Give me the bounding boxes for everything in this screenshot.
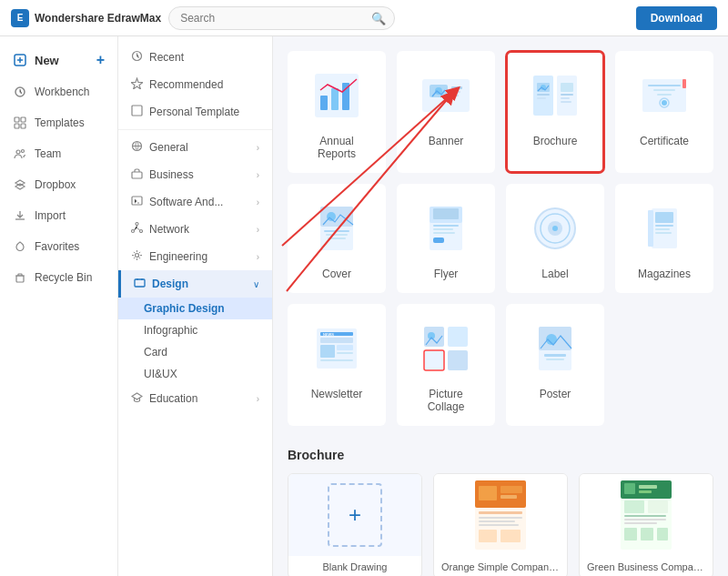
newsletter-label: Newsletter: [311, 388, 363, 400]
svg-point-17: [136, 223, 138, 226]
flyer-label: Flyer: [434, 268, 459, 280]
midnav-recommended[interactable]: Recommended: [118, 71, 272, 98]
template-card-cover[interactable]: Cover: [288, 184, 386, 293]
svg-rect-88: [544, 354, 566, 357]
search-input[interactable]: [168, 6, 395, 30]
sidebar-item-workbench[interactable]: Workbench: [0, 76, 117, 107]
svg-rect-78: [320, 359, 353, 361]
svg-rect-82: [448, 327, 468, 347]
mid-nav: Recent Recommended Personal Template Gen…: [118, 36, 273, 576]
svg-rect-59: [433, 228, 453, 230]
svg-rect-5: [21, 124, 25, 128]
annual-reports-label: Annual Reports: [300, 135, 373, 160]
midnav-education[interactable]: Education ›: [118, 385, 272, 412]
newsletter-icon: NEWS: [305, 317, 369, 380]
sidebar-item-templates[interactable]: Templates: [0, 107, 117, 138]
business-icon: [131, 167, 144, 182]
svg-rect-108: [624, 515, 666, 517]
midnav-uiux[interactable]: UI&UX: [118, 363, 272, 385]
poster-label: Poster: [540, 388, 571, 400]
midnav-software[interactable]: Software And... ›: [118, 188, 272, 216]
brand-name: Wondershare EdrawMax: [35, 12, 161, 25]
topbar: E Wondershare EdrawMax 🔍 Download: [0, 0, 728, 36]
template-card-magazines[interactable]: Magazines: [615, 184, 713, 293]
blank-label: Blank Drawing: [288, 556, 421, 576]
new-icon: [13, 53, 27, 67]
template-card-banner[interactable]: Banner: [397, 51, 495, 173]
svg-rect-37: [537, 97, 546, 99]
education-arrow: ›: [257, 394, 259, 404]
midnav-recent[interactable]: Recent: [118, 44, 272, 71]
template-card-poster[interactable]: Poster: [506, 304, 604, 426]
flyer-icon: [414, 197, 478, 260]
svg-rect-75: [320, 345, 335, 358]
template-card-newsletter[interactable]: NEWS Newsletter: [288, 304, 386, 426]
sidebar-item-new[interactable]: New +: [0, 44, 117, 76]
svg-rect-96: [479, 517, 522, 519]
template-card-label[interactable]: Label: [506, 184, 604, 293]
midnav-general[interactable]: General ›: [118, 134, 272, 161]
template-card-certificate[interactable]: Certificate: [615, 51, 713, 173]
sidebar-item-favorites[interactable]: Favorites: [0, 231, 117, 262]
brochure-section-title: Brochure: [288, 448, 713, 462]
annual-reports-icon: [305, 64, 369, 127]
svg-rect-57: [433, 208, 459, 219]
midnav-business[interactable]: Business ›: [118, 161, 272, 188]
midnav-network[interactable]: Network ›: [118, 216, 272, 243]
sidebar-item-new-label: New: [35, 54, 59, 67]
banner-icon: [414, 64, 478, 127]
svg-rect-105: [639, 490, 652, 493]
label-icon: [523, 197, 587, 260]
brochure-templates-grid: + Blank Drawing: [288, 473, 713, 576]
brochure-blank-card[interactable]: + Blank Drawing: [288, 473, 422, 576]
download-button[interactable]: Download: [636, 6, 717, 30]
svg-rect-60: [433, 232, 455, 234]
template-card-brochure[interactable]: Brochure: [506, 51, 604, 173]
magazines-label: Magazines: [638, 268, 691, 280]
brochure-green-card[interactable]: Green Business Company T...: [579, 473, 713, 576]
svg-rect-29: [451, 86, 462, 89]
sidebar-item-recycle[interactable]: Recycle Bin: [0, 262, 117, 293]
import-icon: [13, 208, 27, 223]
svg-rect-13: [132, 106, 142, 116]
svg-rect-99: [479, 530, 497, 542]
midnav-design[interactable]: Design ∨: [118, 270, 272, 298]
sidebar-item-team[interactable]: Team: [0, 138, 117, 169]
svg-rect-84: [448, 350, 468, 370]
midnav-engineering[interactable]: Engineering ›: [118, 243, 272, 270]
content-area: Annual Reports Banner: [273, 36, 728, 576]
recommended-icon: [131, 77, 144, 92]
svg-rect-111: [624, 528, 637, 541]
midnav-card[interactable]: Card: [118, 341, 272, 363]
svg-rect-77: [337, 352, 353, 354]
plus-symbol: +: [349, 502, 361, 528]
svg-rect-112: [641, 528, 653, 541]
sidebar-item-recycle-label: Recycle Bin: [35, 271, 92, 284]
template-card-annual-reports[interactable]: Annual Reports: [288, 51, 386, 173]
svg-point-19: [140, 230, 143, 233]
midnav-personal[interactable]: Personal Template: [118, 98, 272, 126]
svg-rect-83: [424, 350, 444, 370]
workbench-icon: [13, 85, 27, 99]
cover-icon: [305, 197, 369, 260]
brochure-icon: [523, 64, 587, 127]
sidebar-item-dropbox[interactable]: Dropbox: [0, 169, 117, 200]
business-arrow: ›: [257, 170, 259, 180]
personal-icon: [131, 105, 144, 119]
template-card-picture-collage[interactable]: Picture Collage: [397, 304, 495, 426]
svg-rect-74: [320, 338, 353, 343]
svg-rect-43: [648, 85, 681, 86]
svg-marker-12: [131, 78, 143, 89]
svg-marker-8: [15, 180, 25, 186]
engineering-arrow: ›: [257, 252, 259, 262]
svg-rect-16: [132, 197, 142, 205]
template-card-flyer[interactable]: Flyer: [397, 184, 495, 293]
brochure-orange-card[interactable]: Orange Simple Company P...: [433, 473, 568, 576]
sidebar-item-workbench-label: Workbench: [35, 86, 89, 98]
svg-point-20: [136, 254, 139, 258]
sidebar-item-import[interactable]: Import: [0, 200, 117, 231]
midnav-graphic-design[interactable]: Graphic Design: [118, 298, 272, 319]
svg-rect-3: [21, 117, 25, 122]
svg-rect-52: [324, 230, 349, 232]
midnav-infographic[interactable]: Infographic: [118, 319, 272, 341]
